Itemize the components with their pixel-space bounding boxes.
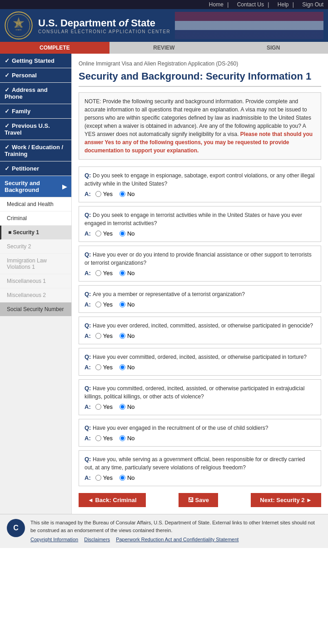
answer-row-4: A: Yes No	[84, 301, 315, 308]
paperwork-link[interactable]: Paperwork Reduction Act and Confidential…	[116, 537, 239, 542]
radio-no-1[interactable]: No	[119, 191, 135, 197]
radio-yes-8[interactable]: Yes	[95, 435, 113, 442]
sidebar-item-petitioner[interactable]: ✓Petitioner	[0, 161, 71, 176]
radio-yes-9[interactable]: Yes	[95, 474, 113, 481]
radio-no-8[interactable]: No	[119, 435, 135, 442]
sidebar-item-security1[interactable]: ■ Security 1	[0, 226, 71, 240]
question-block-5: Q: Have you ever ordered, incited, commi…	[79, 317, 321, 344]
content-area: Online Immigrant Visa and Alien Registra…	[72, 54, 328, 514]
footer: C This site is managed by the Bureau of …	[0, 514, 328, 548]
radio-yes-6[interactable]: Yes	[95, 364, 113, 371]
agency-title: U.S. Department of State CONSULAR ELECTR…	[38, 17, 170, 34]
seal-logo: U.S. DEPT OF STATE	[5, 11, 33, 40]
question-text-3: Q: Have you ever or do you intend to pro…	[84, 251, 315, 267]
sidebar-item-misc1[interactable]: Miscellaneous 1	[0, 274, 71, 288]
footer-logo: C	[7, 519, 25, 537]
question-text-6: Q: Have you ever committed, ordered, inc…	[84, 353, 315, 361]
progress-sign: SIGN	[219, 42, 328, 54]
progress-complete: COMPLETE	[0, 42, 109, 54]
sidebar-item-getting-started[interactable]: ✓Getting Started	[0, 54, 71, 68]
sidebar-item-ssn[interactable]: Social Security Number	[0, 302, 71, 317]
answer-row-3: A: Yes No	[84, 270, 315, 277]
top-navigation: Home | Contact Us | Help | Sign Out	[0, 0, 328, 9]
svg-text:STATE: STATE	[15, 29, 21, 31]
sidebar-item-family[interactable]: ✓Family	[0, 104, 71, 119]
save-button[interactable]: 🖫 Save	[179, 493, 218, 507]
question-block-6: Q: Have you ever committed, ordered, inc…	[79, 348, 321, 376]
sidebar-item-address[interactable]: ✓Address and Phone	[0, 83, 71, 104]
question-text-9: Q: Have you, while serving as a governme…	[84, 455, 315, 472]
radio-no-9[interactable]: No	[119, 474, 135, 481]
radio-yes-3[interactable]: Yes	[95, 270, 113, 277]
home-link[interactable]: Home	[209, 1, 224, 8]
sidebar-item-misc2[interactable]: Miscellaneous 2	[0, 288, 71, 302]
radio-yes-1[interactable]: Yes	[95, 191, 113, 197]
header-flag	[175, 12, 323, 39]
disclaimers-link[interactable]: Disclaimers	[84, 537, 110, 542]
question-block-4: Q: Are you a member or representative of…	[79, 285, 321, 313]
question-block-1: Q: Do you seek to engage in espionage, s…	[79, 166, 321, 202]
page-title: Security and Background: Security Inform…	[79, 70, 321, 87]
question-block-3: Q: Have you ever or do you intend to pro…	[79, 246, 321, 282]
progress-bar: COMPLETE REVIEW SIGN	[0, 42, 328, 54]
radio-yes-7[interactable]: Yes	[95, 403, 113, 410]
question-text-4: Q: Are you a member or representative of…	[84, 290, 315, 298]
answer-row-2: A: Yes No	[84, 230, 315, 237]
question-text-1: Q: Do you seek to engage in espionage, s…	[84, 171, 315, 188]
question-text-7: Q: Have you committed, ordered, incited,…	[84, 384, 315, 401]
radio-no-7[interactable]: No	[119, 403, 135, 410]
radio-no-3[interactable]: No	[119, 270, 135, 277]
answer-row-5: A: Yes No	[84, 332, 315, 339]
footer-text: This site is managed by the Bureau of Co…	[30, 519, 321, 543]
radio-yes-4[interactable]: Yes	[95, 301, 113, 308]
progress-review: REVIEW	[109, 42, 219, 54]
question-text-2: Q: Do you seek to engage in terrorist ac…	[84, 211, 315, 227]
answer-row-8: A: Yes No	[84, 435, 315, 442]
radio-no-2[interactable]: No	[119, 230, 135, 237]
answer-row-9: A: Yes No	[84, 474, 315, 481]
sidebar-item-security2[interactable]: Security 2	[0, 240, 71, 254]
question-block-2: Q: Do you seek to engage in terrorist ac…	[79, 206, 321, 242]
question-text-5: Q: Have you ever ordered, incited, commi…	[84, 322, 315, 330]
sidebar-item-security-background[interactable]: Security and Background▶	[0, 176, 71, 197]
navigation-buttons: ◄ Back: Criminal 🖫 Save Next: Security 2…	[79, 493, 321, 507]
next-button[interactable]: Next: Security 2 ►	[251, 493, 321, 507]
sidebar-item-medical[interactable]: Medical and Health	[0, 197, 71, 211]
signout-link[interactable]: Sign Out	[302, 1, 323, 8]
question-text-8: Q: Have you ever engaged in the recruitm…	[84, 424, 315, 432]
question-block-9: Q: Have you, while serving as a governme…	[79, 450, 321, 486]
contact-link[interactable]: Contact Us	[237, 1, 264, 8]
main-layout: ✓Getting Started ✓Personal ✓Address and …	[0, 54, 328, 514]
sidebar-item-travel[interactable]: ✓Previous U.S. Travel	[0, 119, 71, 140]
radio-no-5[interactable]: No	[119, 332, 135, 339]
answer-row-1: A: Yes No	[84, 191, 315, 197]
sidebar-item-criminal[interactable]: Criminal	[0, 211, 71, 226]
copyright-link[interactable]: Copyright Information	[30, 537, 78, 542]
note-box: NOTE: Provide the following security and…	[79, 92, 321, 160]
answer-row-6: A: Yes No	[84, 364, 315, 371]
question-block-8: Q: Have you ever engaged in the recruitm…	[79, 419, 321, 447]
sidebar-item-personal[interactable]: ✓Personal	[0, 68, 71, 83]
help-link[interactable]: Help	[278, 1, 289, 8]
question-block-7: Q: Have you committed, ordered, incited,…	[79, 379, 321, 415]
back-button[interactable]: ◄ Back: Criminal	[79, 493, 146, 507]
answer-row-7: A: Yes No	[84, 403, 315, 410]
sidebar: ✓Getting Started ✓Personal ✓Address and …	[0, 54, 72, 514]
questions-container: Q: Do you seek to engage in espionage, s…	[79, 166, 321, 486]
breadcrumb: Online Immigrant Visa and Alien Registra…	[79, 60, 321, 67]
sidebar-item-immigration[interactable]: Immigration Law Violations 1	[0, 254, 71, 274]
radio-no-4[interactable]: No	[119, 301, 135, 308]
radio-yes-2[interactable]: Yes	[95, 230, 113, 237]
radio-no-6[interactable]: No	[119, 364, 135, 371]
radio-yes-5[interactable]: Yes	[95, 332, 113, 339]
sidebar-item-work[interactable]: ✓Work / Education / Training	[0, 140, 71, 161]
site-header: U.S. DEPT OF STATE U.S. Department of St…	[0, 9, 328, 42]
